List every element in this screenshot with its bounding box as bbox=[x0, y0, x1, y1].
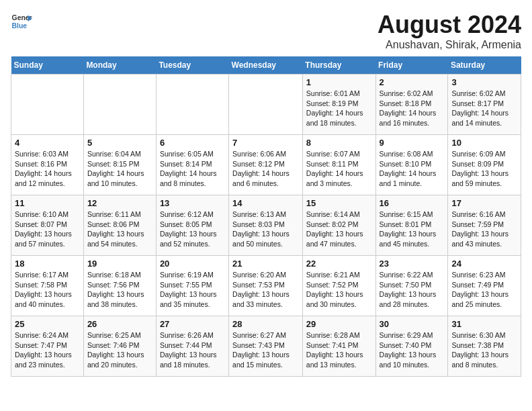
day-info: Sunrise: 6:12 AM Sunset: 8:05 PM Dayligh… bbox=[160, 210, 225, 249]
calendar-day-header: Tuesday bbox=[156, 56, 228, 75]
calendar-cell: 20Sunrise: 6:19 AM Sunset: 7:55 PM Dayli… bbox=[156, 256, 228, 316]
calendar-week-row: 25Sunrise: 6:24 AM Sunset: 7:47 PM Dayli… bbox=[11, 316, 521, 377]
calendar-cell: 23Sunrise: 6:22 AM Sunset: 7:50 PM Dayli… bbox=[375, 256, 448, 316]
logo: General Blue bbox=[11, 11, 32, 32]
calendar-cell: 5Sunrise: 6:04 AM Sunset: 8:15 PM Daylig… bbox=[83, 135, 156, 195]
day-number: 24 bbox=[451, 259, 517, 269]
day-info: Sunrise: 6:03 AM Sunset: 8:16 PM Dayligh… bbox=[15, 149, 80, 189]
calendar-cell: 26Sunrise: 6:25 AM Sunset: 7:46 PM Dayli… bbox=[83, 316, 156, 377]
day-info: Sunrise: 6:16 AM Sunset: 7:59 PM Dayligh… bbox=[451, 210, 517, 249]
calendar-cell: 10Sunrise: 6:09 AM Sunset: 8:09 PM Dayli… bbox=[448, 135, 521, 195]
day-number: 3 bbox=[451, 77, 517, 87]
calendar-cell: 18Sunrise: 6:17 AM Sunset: 7:58 PM Dayli… bbox=[11, 256, 84, 316]
day-info: Sunrise: 6:10 AM Sunset: 8:07 PM Dayligh… bbox=[15, 210, 80, 249]
subtitle: Anushavan, Shirak, Armenia bbox=[378, 39, 521, 51]
calendar-cell: 22Sunrise: 6:21 AM Sunset: 7:52 PM Dayli… bbox=[302, 256, 375, 316]
day-number: 18 bbox=[15, 259, 80, 269]
calendar-cell bbox=[229, 75, 303, 135]
day-number: 15 bbox=[306, 198, 372, 208]
calendar-cell: 24Sunrise: 6:23 AM Sunset: 7:49 PM Dayli… bbox=[448, 256, 521, 316]
day-number: 19 bbox=[87, 259, 152, 269]
day-number: 21 bbox=[232, 259, 299, 269]
calendar-week-row: 11Sunrise: 6:10 AM Sunset: 8:07 PM Dayli… bbox=[11, 195, 521, 256]
day-number: 29 bbox=[306, 319, 372, 329]
calendar-cell: 8Sunrise: 6:07 AM Sunset: 8:11 PM Daylig… bbox=[302, 135, 375, 195]
calendar-cell: 29Sunrise: 6:28 AM Sunset: 7:41 PM Dayli… bbox=[302, 316, 375, 377]
calendar-day-header: Sunday bbox=[11, 56, 84, 75]
calendar-cell: 4Sunrise: 6:03 AM Sunset: 8:16 PM Daylig… bbox=[11, 135, 84, 195]
day-info: Sunrise: 6:17 AM Sunset: 7:58 PM Dayligh… bbox=[15, 270, 80, 310]
calendar-day-header: Thursday bbox=[302, 56, 375, 75]
day-info: Sunrise: 6:20 AM Sunset: 7:53 PM Dayligh… bbox=[232, 270, 299, 310]
day-number: 17 bbox=[451, 198, 517, 208]
day-info: Sunrise: 6:02 AM Sunset: 8:17 PM Dayligh… bbox=[451, 89, 517, 128]
calendar-cell: 9Sunrise: 6:08 AM Sunset: 8:10 PM Daylig… bbox=[375, 135, 448, 195]
calendar-cell: 21Sunrise: 6:20 AM Sunset: 7:53 PM Dayli… bbox=[229, 256, 303, 316]
day-number: 6 bbox=[160, 138, 225, 148]
day-info: Sunrise: 6:26 AM Sunset: 7:44 PM Dayligh… bbox=[160, 330, 225, 370]
calendar-body: 1Sunrise: 6:01 AM Sunset: 8:19 PM Daylig… bbox=[11, 75, 521, 377]
day-info: Sunrise: 6:24 AM Sunset: 7:47 PM Dayligh… bbox=[15, 330, 80, 370]
calendar-cell: 30Sunrise: 6:29 AM Sunset: 7:40 PM Dayli… bbox=[375, 316, 448, 377]
calendar-cell: 1Sunrise: 6:01 AM Sunset: 8:19 PM Daylig… bbox=[302, 75, 375, 135]
calendar-day-header: Wednesday bbox=[229, 56, 303, 75]
calendar-cell bbox=[11, 75, 84, 135]
day-info: Sunrise: 6:13 AM Sunset: 8:03 PM Dayligh… bbox=[232, 210, 299, 249]
calendar-cell bbox=[83, 75, 156, 135]
calendar-cell: 25Sunrise: 6:24 AM Sunset: 7:47 PM Dayli… bbox=[11, 316, 84, 377]
day-number: 28 bbox=[232, 319, 299, 329]
calendar-cell: 6Sunrise: 6:05 AM Sunset: 8:14 PM Daylig… bbox=[156, 135, 228, 195]
logo-icon: General Blue bbox=[11, 11, 32, 32]
calendar-cell: 14Sunrise: 6:13 AM Sunset: 8:03 PM Dayli… bbox=[229, 195, 303, 256]
day-info: Sunrise: 6:29 AM Sunset: 7:40 PM Dayligh… bbox=[380, 330, 445, 370]
day-info: Sunrise: 6:06 AM Sunset: 8:12 PM Dayligh… bbox=[232, 149, 299, 189]
header: General Blue August 2024 Anushavan, Shir… bbox=[11, 11, 521, 51]
day-number: 10 bbox=[451, 138, 517, 148]
main-title: August 2024 bbox=[378, 11, 521, 39]
svg-text:Blue: Blue bbox=[12, 22, 28, 30]
calendar-week-row: 18Sunrise: 6:17 AM Sunset: 7:58 PM Dayli… bbox=[11, 256, 521, 316]
day-info: Sunrise: 6:09 AM Sunset: 8:09 PM Dayligh… bbox=[451, 149, 517, 189]
title-area: August 2024 Anushavan, Shirak, Armenia bbox=[378, 11, 521, 51]
day-number: 8 bbox=[306, 138, 372, 148]
day-number: 20 bbox=[160, 259, 225, 269]
day-info: Sunrise: 6:02 AM Sunset: 8:18 PM Dayligh… bbox=[380, 89, 445, 128]
calendar-cell: 2Sunrise: 6:02 AM Sunset: 8:18 PM Daylig… bbox=[375, 75, 448, 135]
day-number: 12 bbox=[87, 198, 152, 208]
calendar-header-row: SundayMondayTuesdayWednesdayThursdayFrid… bbox=[11, 56, 521, 75]
day-number: 30 bbox=[380, 319, 445, 329]
day-info: Sunrise: 6:30 AM Sunset: 7:38 PM Dayligh… bbox=[451, 330, 517, 370]
day-number: 23 bbox=[380, 259, 445, 269]
day-info: Sunrise: 6:25 AM Sunset: 7:46 PM Dayligh… bbox=[87, 330, 152, 370]
day-info: Sunrise: 6:11 AM Sunset: 8:06 PM Dayligh… bbox=[87, 210, 152, 249]
day-info: Sunrise: 6:19 AM Sunset: 7:55 PM Dayligh… bbox=[160, 270, 225, 310]
calendar-cell: 15Sunrise: 6:14 AM Sunset: 8:02 PM Dayli… bbox=[302, 195, 375, 256]
day-info: Sunrise: 6:14 AM Sunset: 8:02 PM Dayligh… bbox=[306, 210, 372, 249]
day-number: 1 bbox=[306, 77, 372, 87]
calendar-cell: 31Sunrise: 6:30 AM Sunset: 7:38 PM Dayli… bbox=[448, 316, 521, 377]
day-number: 14 bbox=[232, 198, 299, 208]
day-number: 11 bbox=[15, 198, 80, 208]
calendar-cell: 11Sunrise: 6:10 AM Sunset: 8:07 PM Dayli… bbox=[11, 195, 84, 256]
calendar-day-header: Monday bbox=[83, 56, 156, 75]
day-number: 25 bbox=[15, 319, 80, 329]
day-info: Sunrise: 6:05 AM Sunset: 8:14 PM Dayligh… bbox=[160, 149, 225, 189]
day-info: Sunrise: 6:07 AM Sunset: 8:11 PM Dayligh… bbox=[306, 149, 372, 189]
day-number: 2 bbox=[380, 77, 445, 87]
calendar-cell: 7Sunrise: 6:06 AM Sunset: 8:12 PM Daylig… bbox=[229, 135, 303, 195]
calendar-week-row: 1Sunrise: 6:01 AM Sunset: 8:19 PM Daylig… bbox=[11, 75, 521, 135]
day-info: Sunrise: 6:01 AM Sunset: 8:19 PM Dayligh… bbox=[306, 89, 372, 128]
day-info: Sunrise: 6:04 AM Sunset: 8:15 PM Dayligh… bbox=[87, 149, 152, 189]
day-number: 26 bbox=[87, 319, 152, 329]
day-number: 16 bbox=[380, 198, 445, 208]
calendar-cell: 28Sunrise: 6:27 AM Sunset: 7:43 PM Dayli… bbox=[229, 316, 303, 377]
day-number: 13 bbox=[160, 198, 225, 208]
day-info: Sunrise: 6:28 AM Sunset: 7:41 PM Dayligh… bbox=[306, 330, 372, 370]
day-number: 9 bbox=[380, 138, 445, 148]
day-info: Sunrise: 6:18 AM Sunset: 7:56 PM Dayligh… bbox=[87, 270, 152, 310]
day-info: Sunrise: 6:27 AM Sunset: 7:43 PM Dayligh… bbox=[232, 330, 299, 370]
calendar-cell: 16Sunrise: 6:15 AM Sunset: 8:01 PM Dayli… bbox=[375, 195, 448, 256]
calendar-cell: 12Sunrise: 6:11 AM Sunset: 8:06 PM Dayli… bbox=[83, 195, 156, 256]
calendar-cell: 3Sunrise: 6:02 AM Sunset: 8:17 PM Daylig… bbox=[448, 75, 521, 135]
calendar-cell: 17Sunrise: 6:16 AM Sunset: 7:59 PM Dayli… bbox=[448, 195, 521, 256]
